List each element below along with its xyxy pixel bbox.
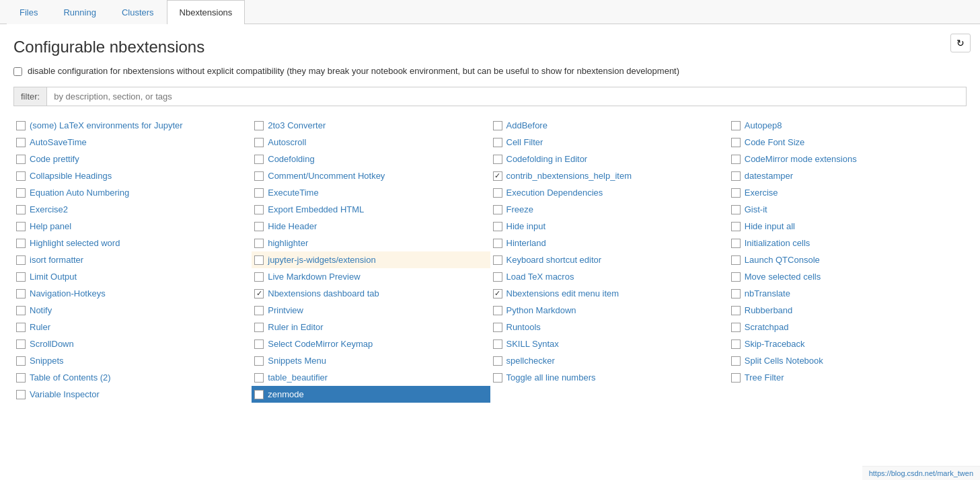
ext-link[interactable]: Ruler — [30, 322, 50, 332]
ext-item[interactable]: Code Font Size — [728, 134, 967, 151]
ext-item[interactable]: 2to3 Converter — [252, 117, 490, 134]
ext-item[interactable]: spellchecker — [490, 352, 728, 369]
ext-checkbox[interactable] — [254, 171, 264, 181]
ext-item[interactable]: Exercise2 — [13, 201, 252, 218]
ext-link[interactable]: ExecuteTime — [268, 188, 318, 198]
ext-checkbox[interactable] — [493, 138, 502, 147]
ext-link[interactable]: Highlight selected word — [30, 238, 120, 248]
ext-item[interactable]: Codefolding — [252, 151, 490, 167]
ext-checkbox[interactable] — [731, 121, 741, 130]
ext-link[interactable]: Move selected cells — [745, 272, 821, 282]
ext-checkbox[interactable] — [16, 323, 26, 332]
ext-item[interactable]: Tree Filter — [728, 369, 967, 386]
ext-link[interactable]: jupyter-js-widgets/extension — [268, 255, 375, 265]
ext-checkbox[interactable] — [254, 155, 264, 164]
ext-checkbox[interactable] — [254, 323, 264, 332]
ext-checkbox[interactable] — [731, 205, 741, 214]
ext-link[interactable]: Variable Inspector — [30, 389, 100, 399]
ext-checkbox[interactable] — [254, 138, 264, 147]
ext-checkbox[interactable] — [254, 289, 264, 298]
ext-item[interactable]: Select CodeMirror Keymap — [252, 335, 490, 352]
ext-item[interactable]: Hide input — [490, 218, 728, 235]
ext-item[interactable]: Runtools — [490, 319, 728, 335]
ext-item[interactable]: table_beautifier — [252, 369, 490, 386]
ext-link[interactable]: zenmode — [268, 389, 303, 399]
ext-item[interactable]: (some) LaTeX environments for Jupyter — [13, 117, 252, 134]
ext-item[interactable]: Move selected cells — [728, 268, 967, 285]
ext-item[interactable]: AutoSaveTime — [13, 134, 252, 151]
ext-checkbox[interactable] — [493, 272, 502, 282]
ext-link[interactable]: Initialization cells — [745, 238, 811, 248]
ext-item[interactable]: Comment/Uncomment Hotkey — [252, 167, 490, 184]
ext-checkbox[interactable] — [254, 272, 264, 282]
ext-checkbox[interactable] — [16, 339, 26, 349]
tab-files[interactable]: Files — [7, 0, 50, 24]
ext-link[interactable]: contrib_nbextensions_help_item — [506, 171, 632, 181]
ext-item[interactable]: Skip-Traceback — [728, 335, 967, 352]
ext-link[interactable]: Notify — [30, 305, 52, 315]
ext-checkbox[interactable] — [731, 239, 741, 248]
ext-link[interactable]: Freeze — [506, 204, 533, 214]
ext-checkbox[interactable] — [16, 306, 26, 315]
refresh-button[interactable]: ↻ — [950, 34, 971, 52]
ext-checkbox[interactable] — [16, 373, 26, 383]
ext-checkbox[interactable] — [731, 323, 741, 332]
ext-checkbox[interactable] — [16, 138, 26, 147]
ext-checkbox[interactable] — [731, 339, 741, 349]
ext-link[interactable]: Keyboard shortcut editor — [506, 255, 602, 265]
ext-item[interactable]: Variable Inspector — [13, 386, 252, 403]
ext-checkbox[interactable] — [731, 138, 741, 147]
ext-item[interactable]: Nbextensions dashboard tab — [252, 285, 490, 302]
ext-checkbox[interactable] — [731, 373, 741, 383]
ext-link[interactable]: Hide input all — [745, 221, 795, 231]
ext-link[interactable]: Ruler in Editor — [268, 322, 323, 332]
ext-item[interactable]: Freeze — [490, 201, 728, 218]
ext-link[interactable]: Collapsible Headings — [30, 171, 112, 181]
ext-checkbox[interactable] — [493, 155, 502, 164]
ext-link[interactable]: Code Font Size — [745, 137, 805, 147]
ext-link[interactable]: highlighter — [268, 238, 308, 248]
ext-checkbox[interactable] — [16, 289, 26, 298]
ext-item[interactable]: Toggle all line numbers — [490, 369, 728, 386]
ext-link[interactable]: 2to3 Converter — [268, 120, 326, 130]
ext-link[interactable]: Navigation-Hotkeys — [30, 288, 106, 298]
ext-checkbox[interactable] — [731, 155, 741, 164]
ext-item[interactable]: Hide input all — [728, 218, 967, 235]
ext-item[interactable]: Help panel — [13, 218, 252, 235]
ext-item[interactable]: Equation Auto Numbering — [13, 184, 252, 201]
ext-checkbox[interactable] — [493, 339, 502, 349]
ext-item[interactable]: Export Embedded HTML — [252, 201, 490, 218]
ext-link[interactable]: Nbextensions edit menu item — [506, 288, 619, 298]
ext-link[interactable]: Code prettify — [30, 154, 79, 164]
ext-item[interactable]: jupyter-js-widgets/extension — [252, 251, 490, 268]
ext-checkbox[interactable] — [16, 171, 26, 181]
ext-checkbox[interactable] — [493, 356, 502, 366]
ext-item[interactable]: Scratchpad — [728, 319, 967, 335]
ext-link[interactable]: Comment/Uncomment Hotkey — [268, 171, 385, 181]
ext-item[interactable]: contrib_nbextensions_help_item — [490, 167, 728, 184]
ext-link[interactable]: Python Markdown — [506, 305, 576, 315]
ext-link[interactable]: datestamper — [745, 171, 793, 181]
ext-link[interactable]: Snippets Menu — [268, 356, 326, 366]
ext-item[interactable]: Hide Header — [252, 218, 490, 235]
ext-checkbox[interactable] — [254, 356, 264, 366]
ext-item[interactable]: Split Cells Notebook — [728, 352, 967, 369]
ext-checkbox[interactable] — [16, 205, 26, 214]
ext-checkbox[interactable] — [493, 205, 502, 214]
ext-item[interactable]: Nbextensions edit menu item — [490, 285, 728, 302]
ext-link[interactable]: AddBefore — [506, 120, 548, 130]
ext-item[interactable]: Gist-it — [728, 201, 967, 218]
ext-checkbox[interactable] — [493, 289, 502, 298]
ext-item[interactable]: Initialization cells — [728, 235, 967, 251]
ext-checkbox[interactable] — [731, 289, 741, 298]
ext-checkbox[interactable] — [731, 171, 741, 181]
ext-checkbox[interactable] — [493, 373, 502, 383]
ext-checkbox[interactable] — [493, 306, 502, 315]
ext-checkbox[interactable] — [16, 239, 26, 248]
ext-link[interactable]: (some) LaTeX environments for Jupyter — [30, 120, 183, 130]
ext-link[interactable]: Cell Filter — [506, 137, 543, 147]
ext-item[interactable]: Exercise — [728, 184, 967, 201]
ext-checkbox[interactable] — [254, 373, 264, 383]
ext-item[interactable]: Notify — [13, 302, 252, 319]
ext-checkbox[interactable] — [16, 356, 26, 366]
